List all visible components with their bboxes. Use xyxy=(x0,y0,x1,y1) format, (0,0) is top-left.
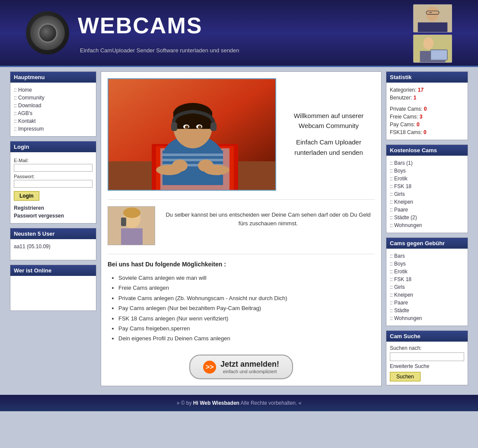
svg-rect-26 xyxy=(171,122,177,131)
left-sidebar: Hauptmenu :: Home :: Community :: Downlo… xyxy=(10,71,96,311)
cta-button[interactable]: >> Jetzt anmelden! einfach und unkompliz… xyxy=(189,355,293,380)
features-list: Soviele Cams anlegen wie man will Freie … xyxy=(108,273,375,344)
cam-text: Einfach Cam Uploader runterladen und sen… xyxy=(283,137,375,158)
search-input[interactable] xyxy=(390,352,464,361)
forgot-password-link[interactable]: Passwort vergessen xyxy=(14,212,92,220)
cam-link-paare[interactable]: :: Paare xyxy=(390,206,464,214)
cam-link-boys[interactable]: :: Boys xyxy=(390,167,464,175)
login-content: E-Mail: Passwort: Login Registrieren Pas… xyxy=(10,152,96,223)
svg-rect-4 xyxy=(418,22,447,32)
stat-pay-value: 0 xyxy=(417,122,420,128)
welcome-text: Willkommen auf unserer Webcam Community xyxy=(283,111,375,131)
wer-online-content xyxy=(10,276,96,310)
feature-item: FSK 18 Cams anlegen (Nur wenn verifizier… xyxy=(118,314,375,323)
cam-link-bars1[interactable]: :: Bars (1) xyxy=(390,159,464,167)
stat-fsk18-cams: FSK18 Cams: 0 xyxy=(390,128,464,136)
nav-agb[interactable]: :: AGB's xyxy=(14,109,92,117)
cta-section: >> Jetzt anmelden! einfach und unkompliz… xyxy=(108,355,375,380)
svg-rect-38 xyxy=(121,218,126,226)
kostenlose-cams-header: Kostenlose Cams xyxy=(386,145,468,156)
hero-image xyxy=(108,78,276,191)
cam-suche-box: Cam Suche Suchen nach: Erweiterte Suche … xyxy=(386,330,468,385)
info-text: Du selber kannst bei uns entscheiden wer… xyxy=(162,206,375,245)
nav-kontakt[interactable]: :: Kontakt xyxy=(14,117,92,125)
neusten-user-header: Neusten 5 User xyxy=(10,228,96,239)
hero-section: Willkommen auf unserer Webcam Community … xyxy=(108,78,375,191)
svg-point-1 xyxy=(426,7,439,21)
hauptmenu-box: Hauptmenu :: Home :: Community :: Downlo… xyxy=(10,71,96,137)
nav-home[interactable]: :: Home xyxy=(14,86,92,94)
wer-online-header: Wer ist Online xyxy=(10,265,96,276)
register-link[interactable]: Registrieren xyxy=(14,204,92,212)
gebuehr-fsk18[interactable]: :: FSK 18 xyxy=(390,275,464,283)
email-field[interactable] xyxy=(14,164,92,172)
hauptmenu-header: Hauptmenu xyxy=(10,72,96,83)
svg-point-30 xyxy=(185,125,188,129)
footer: » © by Hi Web Wiesbaden Alle Rechte vorb… xyxy=(0,395,478,411)
features-title: Bei uns hast Du folgende Möglichkeiten : xyxy=(108,261,375,268)
email-label: E-Mail: xyxy=(14,158,92,163)
cam-link-staedte[interactable]: :: Städte (2) xyxy=(390,214,464,221)
hero-text: Willkommen auf unserer Webcam Community … xyxy=(283,78,375,191)
stat-private-cams: Private Cams: 0 xyxy=(390,105,464,113)
cta-label: Jetzt anmelden! xyxy=(220,360,279,369)
main-wrapper: Hauptmenu :: Home :: Community :: Downlo… xyxy=(10,67,468,390)
cam-link-girls[interactable]: :: Girls xyxy=(390,190,464,198)
svg-point-33 xyxy=(198,160,214,172)
gebuehr-kneipen[interactable]: :: Kneipen xyxy=(390,291,464,299)
feature-item: Pay Cams freigeben,sperren xyxy=(118,323,375,333)
nav-impressum[interactable]: :: Impressum xyxy=(14,125,92,133)
header: WEBCAMS Einfach CamUploader Sender Softw… xyxy=(0,0,478,67)
nav-community[interactable]: :: Community xyxy=(14,94,92,102)
footer-text-suffix: Alle Rechte vorbehalten. « xyxy=(239,400,301,406)
wer-online-box: Wer ist Online xyxy=(10,265,96,311)
statistik-box: Statistik Kategorien: 17 Benutzer: 1 Pri… xyxy=(386,71,468,140)
gebuehr-bars[interactable]: :: Bars xyxy=(390,252,464,260)
svg-rect-18 xyxy=(163,154,223,156)
cam-suche-content: Suchen nach: Erweiterte Suche Suchen xyxy=(386,342,468,385)
gebuehr-erotik[interactable]: :: Erotik xyxy=(390,268,464,275)
cam-link-kneipen[interactable]: :: Kneipen xyxy=(390,198,464,206)
svg-point-31 xyxy=(198,125,201,129)
stat-freie-cams: Freie Cams: 3 xyxy=(390,113,464,121)
password-field[interactable] xyxy=(14,180,92,188)
header-photo-man xyxy=(413,4,452,32)
cam-link-wohnungen[interactable]: :: Wohnungen xyxy=(390,221,464,229)
feature-item: Pay Cams anlegen (Nur bei bezahltem Pay-… xyxy=(118,303,375,313)
stat-private-value: 0 xyxy=(424,106,427,112)
search-button[interactable]: Suchen xyxy=(390,372,421,381)
statistik-content: Kategorien: 17 Benutzer: 1 Private Cams:… xyxy=(386,83,468,140)
stat-benutzer-value: 1 xyxy=(414,95,417,101)
gebuehr-wohnungen[interactable]: :: Wohnungen xyxy=(390,314,464,322)
user-entry: aa11 (05.10.09) xyxy=(14,243,92,250)
site-title: WEBCAMS xyxy=(78,13,239,38)
feature-item: Soviele Cams anlegen wie man will xyxy=(118,273,375,283)
kostenlose-cams-content: :: Bars (1) :: Boys :: Erotik :: FSK 18 … xyxy=(386,156,468,233)
login-links: Registrieren Passwort vergessen xyxy=(14,204,92,220)
gebuehr-paare[interactable]: :: Paare xyxy=(390,299,464,307)
stat-kategorien: Kategorien: 17 xyxy=(390,86,464,94)
gebuehr-staedte[interactable]: :: Städte xyxy=(390,307,464,314)
cam-link-fsk18[interactable]: :: FSK 18 xyxy=(390,182,464,190)
cta-sublabel: einfach und unkompliziert xyxy=(220,369,279,374)
svg-rect-27 xyxy=(210,122,217,131)
feature-item: Dein eigenes Profil zu Deinen Cams anleg… xyxy=(118,333,375,343)
stat-kategorien-value: 17 xyxy=(418,87,424,93)
svg-rect-9 xyxy=(431,51,446,59)
info-image xyxy=(108,206,155,245)
password-label: Passwort: xyxy=(14,174,92,179)
cams-gebuehr-header: Cams gegen Gebühr xyxy=(386,238,468,249)
svg-point-36 xyxy=(123,208,140,218)
cta-icon: >> xyxy=(203,361,216,374)
advanced-search-link[interactable]: Erweiterte Suche xyxy=(390,363,464,369)
gebuehr-boys[interactable]: :: Boys xyxy=(390,260,464,268)
gebuehr-girls[interactable]: :: Girls xyxy=(390,283,464,291)
center-content: Willkommen auf unserer Webcam Community … xyxy=(101,71,382,386)
kostenlose-cams-box: Kostenlose Cams :: Bars (1) :: Boys :: E… xyxy=(386,144,468,233)
cam-link-erotik[interactable]: :: Erotik xyxy=(390,175,464,182)
stat-benutzer: Benutzer: 1 xyxy=(390,94,464,102)
nav-download[interactable]: :: Download xyxy=(14,102,92,109)
login-header: Login xyxy=(10,141,96,152)
footer-link[interactable]: Hi Web Wiesbaden xyxy=(193,400,239,406)
login-button[interactable]: Login xyxy=(14,191,39,201)
